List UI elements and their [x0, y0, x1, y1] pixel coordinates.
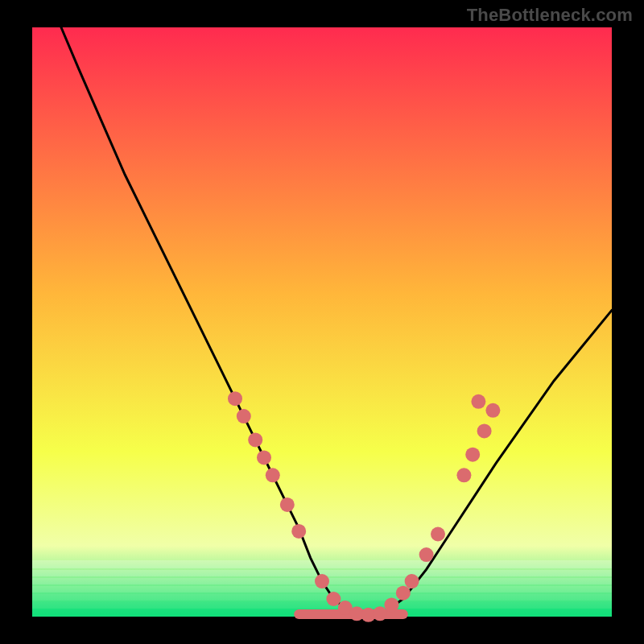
marker-right-cluster — [456, 468, 471, 482]
watermark-text: TheBottleneck.com — [467, 5, 633, 26]
marker-left-cluster — [280, 497, 295, 512]
band-stripe — [32, 602, 612, 609]
marker-left-cluster — [228, 391, 242, 406]
marker-left-cluster — [248, 432, 262, 447]
marker-left-cluster — [266, 468, 280, 482]
band-stripe — [32, 560, 612, 568]
marker-right-cluster — [384, 597, 398, 612]
marker-left-cluster — [257, 450, 271, 464]
marker-trough — [315, 574, 329, 588]
marker-right-cluster — [485, 403, 500, 418]
marker-trough — [373, 606, 387, 621]
marker-right-cluster — [396, 586, 411, 601]
marker-right-outlier — [471, 394, 485, 409]
marker-right-cluster — [431, 527, 445, 542]
marker-right-cluster — [465, 448, 480, 462]
marker-right-cluster — [477, 423, 492, 438]
marker-left-cluster — [291, 524, 306, 539]
marker-right-cluster — [419, 547, 434, 562]
band-stripe — [32, 594, 612, 601]
marker-left-cluster — [237, 409, 251, 423]
marker-trough — [326, 592, 341, 606]
bottleneck-chart — [0, 0, 644, 644]
chart-stage: TheBottleneck.com — [0, 0, 644, 644]
plot-area — [32, 27, 612, 617]
marker-right-cluster — [405, 574, 419, 588]
